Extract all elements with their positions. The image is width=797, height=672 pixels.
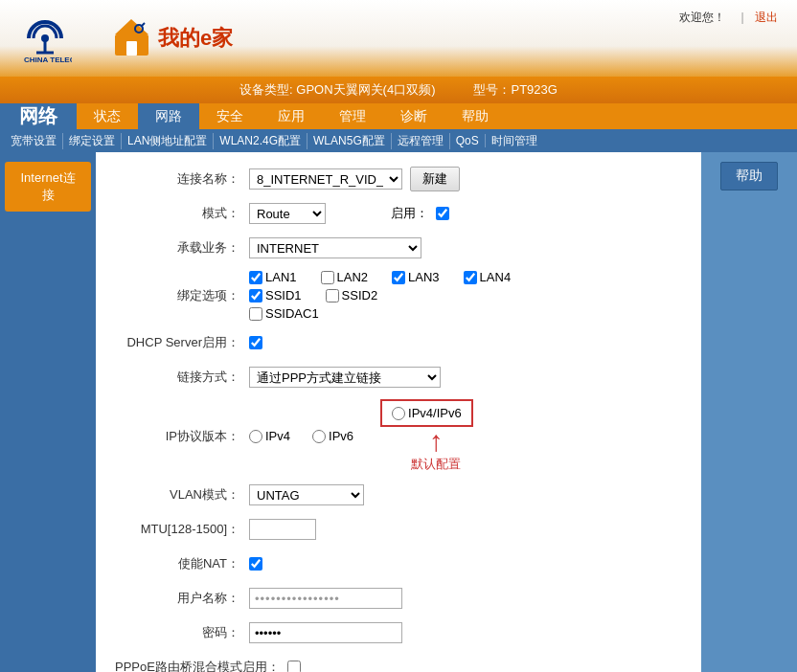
ssid2-label: SSID2 — [342, 288, 378, 302]
sub-nav-broadband[interactable]: 宽带设置 — [5, 133, 63, 149]
ipv6-option[interactable]: IPv6 — [312, 429, 353, 443]
bind-label: 绑定选项： — [115, 287, 249, 304]
tab-security[interactable]: 安全 — [199, 103, 261, 129]
logout-link[interactable]: 退出 — [755, 11, 778, 24]
vlan-row: VLAN模式： UNTAG — [115, 482, 682, 507]
dhcp-label: DHCP Server启用： — [115, 334, 249, 351]
pppoe-row: PPPoE路由桥混合模式启用： — [115, 655, 682, 672]
vlan-control: UNTAG — [249, 484, 364, 505]
content-area: 连接名称： 8_INTERNET_R_VID_ 新建 模式： Route 启用：… — [96, 152, 701, 672]
svg-text:CHINA TELECOM: CHINA TELECOM — [24, 56, 72, 62]
one-home-icon — [110, 17, 153, 60]
service-row: 承载业务： INTERNET — [115, 235, 682, 260]
sub-nav-wlan24[interactable]: WLAN2.4G配置 — [214, 133, 307, 149]
lan3-checkbox[interactable] — [392, 271, 405, 284]
china-telecom-logo: CHINA TELECOM — [19, 14, 72, 62]
bind-row3: SSIDAC1 — [249, 306, 329, 321]
tab-app[interactable]: 应用 — [261, 103, 322, 129]
lan4-label: LAN4 — [480, 270, 512, 284]
device-model: 型号：PT923G — [473, 81, 557, 99]
password-input[interactable] — [249, 622, 402, 643]
pppoe-control — [287, 661, 301, 672]
nav-section-title: 网络 — [0, 103, 77, 129]
tab-management[interactable]: 管理 — [322, 103, 383, 129]
help-button[interactable]: 帮助 — [720, 162, 778, 190]
mtu-label: MTU[128-1500]： — [115, 521, 249, 538]
lan3-item[interactable]: LAN3 — [392, 270, 440, 284]
lan3-label: LAN3 — [408, 270, 440, 284]
sub-nav-bind[interactable]: 绑定设置 — [63, 133, 122, 149]
ip-version-label: IP协议版本： — [115, 428, 249, 445]
ssid2-item[interactable]: SSID2 — [326, 288, 378, 302]
tab-diagnose[interactable]: 诊断 — [383, 103, 444, 129]
connection-name-select[interactable]: 8_INTERNET_R_VID_ — [249, 168, 402, 190]
header-right-links: 欢迎您！ | 退出 — [674, 10, 778, 26]
sub-nav-qos[interactable]: QoS — [450, 134, 486, 147]
nat-checkbox[interactable] — [249, 557, 262, 571]
sub-nav-lan[interactable]: LAN侧地址配置 — [122, 133, 214, 149]
ssidac1-item[interactable]: SSIDAC1 — [249, 306, 319, 321]
lan1-item[interactable]: LAN1 — [249, 270, 297, 284]
pppoe-label: PPPoE路由桥混合模式启用： — [115, 659, 287, 672]
device-type: 设备类型: GPON天翼网关(4口双频) — [239, 81, 435, 99]
device-bar: 设备类型: GPON天翼网关(4口双频) 型号：PT923G — [0, 77, 797, 103]
site-logo-text: 我的e家 — [158, 24, 233, 53]
username-control — [249, 588, 402, 609]
tab-network[interactable]: 网路 — [138, 103, 199, 129]
ipv4-radio[interactable] — [249, 430, 262, 443]
ipv4-label: IPv4 — [265, 429, 290, 443]
enable-checkbox[interactable] — [436, 207, 449, 220]
main-content: Internet连接 连接名称： 8_INTERNET_R_VID_ 新建 模式… — [0, 152, 797, 672]
lan1-checkbox[interactable] — [249, 271, 262, 284]
pppoe-checkbox[interactable] — [287, 661, 301, 672]
svg-marker-5 — [115, 19, 148, 34]
sub-nav-wlan5[interactable]: WLAN5G配置 — [307, 133, 392, 149]
sub-nav-time[interactable]: 时间管理 — [486, 133, 543, 149]
bind-options-row: 绑定选项： LAN1 LAN2 LAN3 LAN4 SSID1 SSID2 SS… — [115, 270, 682, 321]
logo-left: CHINA TELECOM — [19, 14, 72, 62]
link-mode-row: 链接方式： 通过PPP方式建立链接 — [115, 365, 682, 390]
mode-label: 模式： — [115, 205, 249, 222]
ssid1-checkbox[interactable] — [249, 289, 262, 302]
lan4-checkbox[interactable] — [464, 271, 477, 284]
ipv6-radio[interactable] — [312, 430, 326, 443]
vlan-select[interactable]: UNTAG — [249, 484, 364, 505]
lan2-label: LAN2 — [337, 270, 369, 284]
service-select[interactable]: INTERNET — [249, 237, 421, 258]
lan4-item[interactable]: LAN4 — [464, 270, 512, 284]
new-button[interactable]: 新建 — [410, 167, 460, 191]
nav-bar: 网络 状态 网路 安全 应用 管理 诊断 帮助 — [0, 103, 797, 129]
service-label: 承载业务： — [115, 239, 249, 257]
ip-version-row: IP协议版本： IPv4 IPv6 IPv4/IPv6 — [115, 399, 682, 473]
username-label: 用户名称： — [115, 590, 249, 607]
ssid2-checkbox[interactable] — [326, 289, 339, 302]
bind-row1: LAN1 LAN2 LAN3 LAN4 — [249, 270, 520, 284]
ipv4v6-option[interactable]: IPv4/IPv6 — [392, 406, 462, 420]
sidebar-item-internet[interactable]: Internet连接 — [5, 162, 91, 212]
username-input[interactable] — [249, 588, 402, 609]
ipv4v6-radio[interactable] — [392, 407, 405, 420]
vlan-label: VLAN模式： — [115, 486, 249, 504]
mtu-input[interactable]: 1492 — [249, 519, 316, 540]
arrow-annotation: ↑ 默认配置 — [399, 427, 473, 473]
ssidac1-checkbox[interactable] — [249, 307, 262, 321]
ipv4v6-label: IPv4/IPv6 — [408, 406, 462, 420]
ssid1-item[interactable]: SSID1 — [249, 288, 302, 302]
mtu-control: 1492 — [249, 519, 316, 540]
lan2-item[interactable]: LAN2 — [321, 270, 369, 284]
sidebar: Internet连接 — [0, 152, 96, 672]
ssid1-label: SSID1 — [265, 288, 302, 302]
mode-row: 模式： Route 启用： — [115, 201, 682, 226]
sub-nav-remote[interactable]: 远程管理 — [392, 133, 450, 149]
mtu-row: MTU[128-1500]： 1492 — [115, 517, 682, 542]
connection-name-row: 连接名称： 8_INTERNET_R_VID_ 新建 — [115, 167, 682, 191]
dhcp-control — [249, 336, 262, 349]
dhcp-checkbox[interactable] — [249, 336, 262, 349]
tab-help[interactable]: 帮助 — [444, 103, 506, 129]
lan2-checkbox[interactable] — [321, 271, 334, 284]
ipv4-option[interactable]: IPv4 — [249, 429, 290, 443]
link-mode-select[interactable]: 通过PPP方式建立链接 — [249, 367, 441, 388]
bind-control: LAN1 LAN2 LAN3 LAN4 SSID1 SSID2 SSIDAC1 — [249, 270, 520, 321]
tab-status[interactable]: 状态 — [77, 103, 138, 129]
mode-select[interactable]: Route — [249, 203, 326, 224]
